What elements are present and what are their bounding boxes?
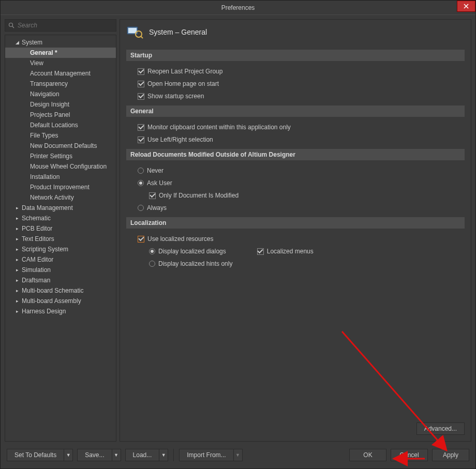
separator (173, 449, 174, 461)
tree-node-product-improvement[interactable]: Product Improvement (5, 182, 116, 192)
checkbox-open-home-page[interactable]: Open Home page on start (126, 78, 465, 90)
load-button[interactable]: Load...▼ (125, 449, 169, 461)
cancel-button[interactable]: Cancel (391, 449, 428, 461)
tree-label: Projects Panel (28, 111, 70, 118)
tree-label: Account Management (28, 70, 91, 77)
advanced-button[interactable]: Advanced... (416, 422, 465, 435)
tree-node-transparency[interactable]: Transparency (5, 79, 116, 89)
preferences-dialog: Preferences ◢ System General * View (0, 0, 476, 469)
tree-node-text-editors[interactable]: ▸Text Editors (5, 234, 116, 244)
tree-label: View (28, 59, 43, 67)
tree-node-mouse-wheel-configuration[interactable]: Mouse Wheel Configuration (5, 161, 116, 172)
checkbox-icon (138, 68, 144, 75)
tree-node-harness-design[interactable]: ▸Harness Design (5, 306, 116, 316)
caret-right-icon: ▸ (14, 298, 20, 304)
tree-node-pcb-editor[interactable]: ▸PCB Editor (5, 223, 116, 234)
tree-label: Schematic (20, 215, 51, 222)
button-label: OK (363, 451, 372, 459)
tree-node-printer-settings[interactable]: Printer Settings (5, 151, 116, 161)
radio-ask-user[interactable]: Ask User (126, 177, 465, 189)
window-title: Preferences (221, 4, 255, 11)
page-icon (126, 25, 144, 39)
checkbox-label: Use Left/Right selection (147, 136, 213, 143)
tree-label: Multi-board Schematic (20, 287, 83, 294)
section-reload-header: Reload Documents Modified Outside of Alt… (126, 149, 465, 160)
tree-label: Installation (28, 173, 60, 180)
radio-label: Always (147, 204, 167, 211)
checkbox-icon (138, 137, 144, 143)
close-icon (464, 4, 469, 9)
section-startup-header: Startup (126, 50, 465, 61)
radio-display-localized-dialogs[interactable]: Display localized dialogs (149, 245, 226, 258)
checkbox-label: Open Home page on start (147, 80, 219, 87)
checkbox-label: Show startup screen (147, 93, 204, 100)
section-localization-header: Localization (126, 217, 465, 229)
apply-button[interactable]: Apply (432, 449, 469, 461)
save-button[interactable]: Save...▼ (77, 449, 121, 461)
tree-node-multi-board-assembly[interactable]: ▸Multi-board Assembly (5, 296, 116, 306)
content-panel: System – General Startup Reopen Last Pro… (120, 19, 471, 442)
tree-node-projects-panel[interactable]: Projects Panel (5, 110, 116, 120)
tree-node-data-management[interactable]: ▸Data Management (5, 203, 116, 213)
radio-display-localized-hints-only[interactable]: Display localized hints only (149, 258, 232, 270)
checkbox-localized-menus[interactable]: Localized menus (257, 245, 314, 258)
ok-button[interactable]: OK (349, 449, 386, 461)
button-label: Advanced... (424, 425, 457, 432)
tree-node-navigation[interactable]: Navigation (5, 89, 116, 99)
radio-icon (138, 180, 144, 186)
tree-label: Data Management (20, 204, 73, 211)
radio-icon (138, 205, 144, 211)
import-from-button[interactable]: Import From...▼ (179, 449, 242, 461)
localization-row-1: Display localized dialogs Localized menu… (126, 245, 465, 258)
set-to-defaults-button[interactable]: Set To Defaults▼ (7, 449, 73, 461)
radio-icon (149, 261, 155, 267)
chevron-down-icon[interactable]: ▼ (112, 449, 121, 461)
tree-node-simulation[interactable]: ▸Simulation (5, 265, 116, 275)
tree-node-design-insight[interactable]: Design Insight (5, 99, 116, 110)
svg-line-1 (12, 26, 14, 28)
tree-node-cam-editor[interactable]: ▸CAM Editor (5, 254, 116, 265)
caret-right-icon: ▸ (14, 309, 20, 314)
chevron-down-icon[interactable]: ▼ (64, 449, 73, 461)
tree-node-draftsman[interactable]: ▸Draftsman (5, 275, 116, 285)
close-button[interactable] (457, 1, 475, 12)
search-field[interactable] (5, 19, 116, 32)
caret-right-icon: ▸ (14, 205, 20, 210)
nav-tree[interactable]: ◢ System General * View Account Manageme… (5, 35, 116, 442)
tree-label: Default Locations (28, 122, 78, 129)
tree-label: Scripting System (20, 246, 68, 253)
caret-right-icon: ▸ (14, 288, 20, 293)
chevron-down-icon[interactable]: ▼ (159, 449, 168, 461)
checkbox-monitor-clipboard[interactable]: Monitor clipboard content within this ap… (126, 121, 465, 133)
tree-node-network-activity[interactable]: Network Activity (5, 192, 116, 203)
caret-right-icon: ▸ (14, 257, 20, 262)
tree-node-scripting-system[interactable]: ▸Scripting System (5, 244, 116, 254)
tree-node-account-management[interactable]: Account Management (5, 68, 116, 79)
tree-node-new-document-defaults[interactable]: New Document Defaults (5, 141, 116, 151)
radio-never[interactable]: Never (126, 164, 465, 177)
radio-always[interactable]: Always (126, 202, 465, 214)
caret-right-icon: ▸ (14, 216, 20, 221)
checkbox-reopen-last-project[interactable]: Reopen Last Project Group (126, 65, 465, 78)
tree-node-system[interactable]: ◢ System (5, 37, 116, 48)
tree-node-installation[interactable]: Installation (5, 172, 116, 182)
caret-right-icon: ▸ (14, 247, 20, 252)
tree-node-file-types[interactable]: File Types (5, 130, 116, 141)
radio-icon (138, 168, 144, 174)
tree-node-multi-board-schematic[interactable]: ▸Multi-board Schematic (5, 285, 116, 296)
checkbox-left-right-selection[interactable]: Use Left/Right selection (126, 133, 465, 146)
checkbox-use-localized-resources[interactable]: Use localized resources (126, 233, 465, 245)
checkbox-only-if-modified[interactable]: Only If Document Is Modified (126, 189, 465, 202)
tree-label: System (20, 39, 42, 46)
tree-node-view[interactable]: View (5, 58, 116, 68)
svg-line-5 (141, 36, 143, 38)
button-label: Set To Defaults (14, 451, 56, 459)
svg-rect-3 (128, 28, 137, 33)
tree-node-schematic[interactable]: ▸Schematic (5, 213, 116, 223)
tree-node-default-locations[interactable]: Default Locations (5, 120, 116, 130)
tree-node-general[interactable]: General * (5, 48, 116, 58)
sidebar: ◢ System General * View Account Manageme… (5, 19, 116, 442)
button-label: Save... (85, 451, 104, 459)
search-input[interactable] (18, 22, 113, 29)
checkbox-show-startup-screen[interactable]: Show startup screen (126, 90, 465, 102)
